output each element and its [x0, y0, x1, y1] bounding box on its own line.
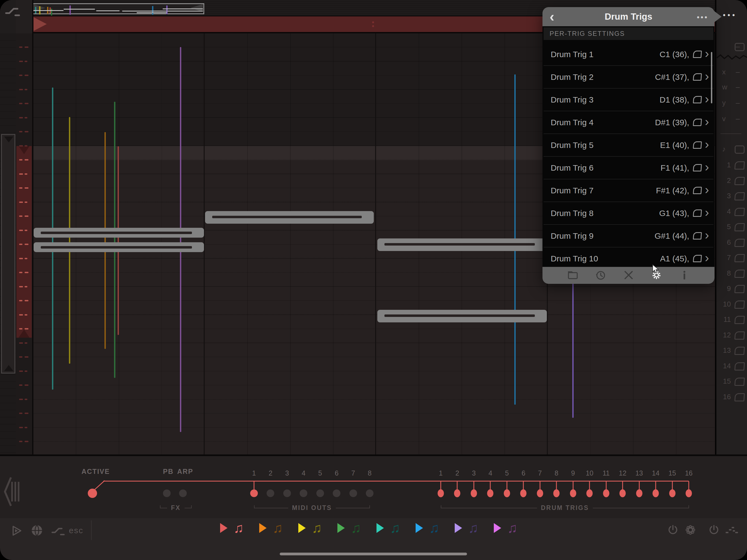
midi-out-dot[interactable]	[366, 489, 374, 497]
sidebar-trig-gate-icon[interactable]	[735, 362, 745, 371]
track-magenta[interactable]: ♫	[494, 523, 533, 533]
sidebar-trig-gate-icon[interactable]	[735, 301, 745, 309]
track-blue[interactable]: ♫	[416, 523, 455, 533]
drum-trig-dot[interactable]	[603, 489, 609, 498]
track-teal-note-icon[interactable]: ♫	[390, 523, 400, 533]
home-indicator[interactable]	[280, 553, 467, 555]
track-yellow-play-icon[interactable]	[298, 523, 306, 533]
track-purple-note-icon[interactable]: ♫	[468, 523, 479, 533]
drum-trig-dot[interactable]	[669, 489, 675, 498]
folder-icon[interactable]	[567, 269, 578, 281]
beam-purple[interactable]	[180, 47, 181, 432]
beam-red[interactable]	[118, 146, 119, 335]
drum-trig-dot[interactable]	[470, 489, 477, 498]
sidebar-trig-gate-icon[interactable]	[735, 378, 745, 386]
drum-trig-dot[interactable]	[487, 489, 493, 498]
track-purple[interactable]: ♫	[455, 523, 494, 533]
drum-trig-dot[interactable]	[537, 489, 543, 498]
sidebar-trig-gate-icon[interactable]	[735, 270, 745, 278]
sidebar-trig-gate-icon[interactable]	[735, 347, 745, 355]
drum-trig-row[interactable]: Drum Trig 9G#1 (44),›	[544, 225, 713, 248]
track-orange[interactable]: ♫	[259, 523, 298, 533]
midi-out-dot[interactable]	[283, 489, 291, 497]
drum-trig-dot[interactable]	[620, 489, 626, 498]
drum-trig-dot[interactable]	[686, 489, 692, 498]
midi-note-bar[interactable]	[377, 238, 547, 251]
midi-out-dot[interactable]	[300, 489, 307, 497]
beam-green[interactable]	[114, 102, 115, 378]
drum-trig-row[interactable]: Drum Trig 1C1 (36),›	[544, 43, 713, 66]
midi-note-bar[interactable]	[34, 228, 204, 238]
sidebar-trig-gate-icon[interactable]	[735, 223, 745, 231]
main-menu-button[interactable]: •••	[723, 11, 737, 19]
track-teal-play-icon[interactable]	[377, 523, 384, 533]
drum-trig-dot[interactable]	[570, 489, 576, 498]
history-icon[interactable]	[595, 269, 607, 281]
pb-dot[interactable]	[163, 489, 171, 497]
power-icon[interactable]	[667, 524, 679, 536]
drum-trig-dot[interactable]	[653, 489, 659, 498]
globe-icon[interactable]	[31, 524, 43, 537]
active-output-dot[interactable]	[88, 489, 97, 498]
esc-button[interactable]: esc	[69, 526, 83, 535]
info-icon[interactable]	[679, 269, 690, 281]
track-orange-note-icon[interactable]: ♫	[273, 523, 283, 533]
sidebar-trig-gate-icon[interactable]	[735, 254, 745, 262]
beam-violet[interactable]	[572, 271, 574, 418]
modulation-flower-icon[interactable]	[685, 524, 696, 536]
drum-trig-row[interactable]: Drum Trig 7F#1 (42),›	[544, 179, 713, 202]
track-blue-play-icon[interactable]	[416, 523, 423, 533]
track-yellow-note-icon[interactable]: ♫	[312, 523, 322, 533]
track-teal[interactable]: ♫	[377, 523, 416, 533]
range-top-handle-icon[interactable]	[19, 146, 29, 154]
midi-note-bar[interactable]	[377, 310, 547, 322]
drum-trig-dot[interactable]	[504, 489, 510, 498]
close-icon[interactable]	[623, 269, 634, 281]
drum-trig-dot[interactable]	[553, 489, 560, 498]
drum-trig-dot[interactable]	[454, 489, 460, 498]
track-red-play-icon[interactable]	[220, 523, 228, 533]
sidebar-trig-gate-icon[interactable]	[735, 331, 745, 339]
scroll-up-handle-icon[interactable]	[4, 136, 14, 143]
midi-out-dot[interactable]	[316, 489, 324, 497]
track-green-note-icon[interactable]: ♫	[351, 523, 361, 533]
midi-out-dot[interactable]	[350, 489, 357, 497]
beam-yellow[interactable]	[69, 117, 70, 364]
vertical-viewport[interactable]	[1, 134, 15, 374]
play-outline-icon[interactable]	[10, 525, 22, 537]
scroll-down-handle-icon[interactable]	[4, 365, 14, 371]
timeline-minimap[interactable]	[32, 2, 204, 14]
drum-trig-dot[interactable]	[636, 489, 642, 498]
drum-trig-dot[interactable]	[520, 489, 526, 498]
track-blue-note-icon[interactable]: ♫	[429, 523, 439, 533]
vertical-zoom-column[interactable]	[0, 33, 16, 455]
track-magenta-note-icon[interactable]: ♫	[507, 523, 518, 533]
sidebar-trig-gate-icon[interactable]	[735, 208, 745, 216]
sidebar-trig-gate-icon[interactable]	[735, 316, 745, 324]
track-purple-play-icon[interactable]	[455, 523, 462, 533]
sidebar-trig-gate-icon[interactable]	[735, 393, 745, 401]
note-scatter-icon[interactable]	[725, 525, 738, 536]
track-yellow[interactable]: ♫	[298, 523, 337, 533]
range-bottom-handle-icon[interactable]	[19, 330, 29, 338]
drum-trig-dot[interactable]	[587, 489, 593, 498]
midi-out-dot[interactable]	[266, 489, 274, 497]
row-range-band[interactable]	[17, 146, 32, 338]
arp-dot[interactable]	[179, 489, 187, 497]
track-red[interactable]: ♫	[220, 523, 259, 533]
midi-out-dot[interactable]	[250, 489, 258, 497]
track-green[interactable]: ♫	[337, 523, 377, 533]
power-icon[interactable]	[708, 524, 720, 536]
drum-trig-row[interactable]: Drum Trig 2C#1 (37),›	[544, 66, 713, 88]
drum-trig-row[interactable]: Drum Trig 8G1 (43),›	[544, 202, 713, 225]
midi-out-dot[interactable]	[333, 489, 340, 497]
midi-note-bar[interactable]	[34, 242, 204, 252]
sidebar-trig-gate-icon[interactable]	[735, 161, 745, 170]
sidebar-trig-gate-icon[interactable]	[735, 192, 745, 200]
sidebar-row-0-rounded-icon[interactable]	[735, 43, 745, 51]
playhead-icon[interactable]	[34, 17, 47, 31]
sidebar-row-5-rounded-icon[interactable]	[735, 146, 745, 154]
track-magenta-play-icon[interactable]	[494, 523, 501, 533]
popup-menu-button[interactable]: •••	[697, 13, 709, 22]
track-red-note-icon[interactable]: ♫	[233, 523, 244, 533]
